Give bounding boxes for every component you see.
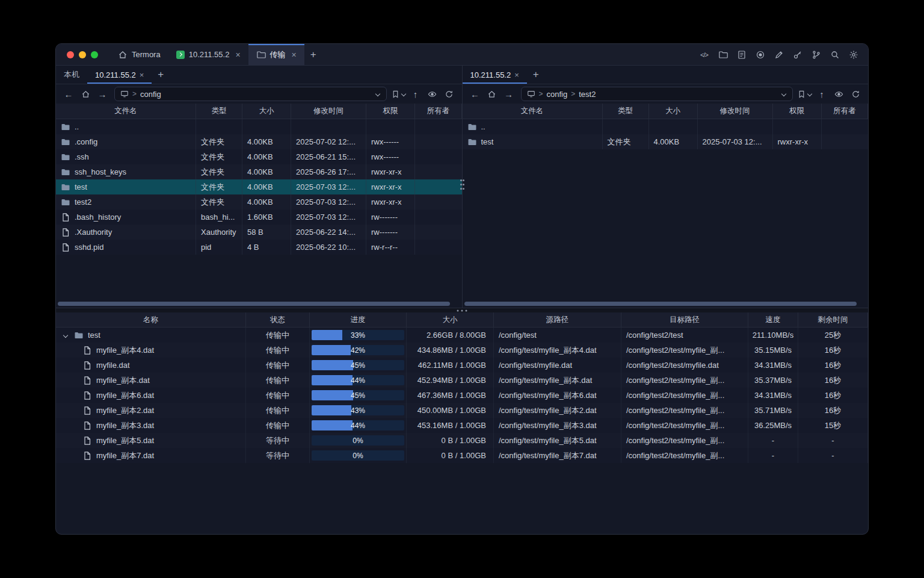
transfer-row[interactable]: myfile_副本7.dat 等待中 0% 0 B / 1.00GB /conf… — [56, 448, 868, 463]
close-tab-icon[interactable]: × — [140, 71, 144, 79]
horizontal-scrollbar[interactable] — [464, 302, 865, 306]
path-segment[interactable]: >test2 — [571, 90, 596, 99]
transfer-row[interactable]: myfile_副本5.dat 等待中 0% 0 B / 1.00GB /conf… — [56, 433, 868, 448]
column-header[interactable]: 权限 — [773, 104, 822, 119]
column-header[interactable]: 修改时间 — [291, 104, 366, 119]
file-row[interactable]: test2 文件夹 4.00KB 2025-07-03 12:... rwxr-… — [56, 194, 462, 210]
close-window-button[interactable] — [67, 51, 74, 58]
file-name: .. — [481, 122, 485, 131]
file-row[interactable]: .. — [463, 119, 869, 134]
file-row[interactable]: ssh_host_keys 文件夹 4.00KB 2025-06-26 17:.… — [56, 164, 462, 179]
new-tab-button[interactable]: + — [304, 44, 322, 65]
column-header[interactable]: 文件名 — [56, 104, 196, 119]
close-tab-icon[interactable]: × — [292, 51, 297, 59]
column-header[interactable]: 目标路径 — [621, 312, 748, 327]
pane-tab[interactable]: 10.211.55.2 × — [463, 66, 527, 84]
transfer-row[interactable]: myfile_副本4.dat 传输中 42% 434.86MB / 1.00GB… — [56, 343, 868, 358]
new-pane-tab-button[interactable]: + — [152, 66, 170, 84]
transfer-status: 传输中 — [246, 388, 310, 403]
chevron-down-icon[interactable] — [781, 92, 787, 97]
parent-dir-button[interactable]: ↑ — [408, 87, 424, 101]
column-header[interactable]: 进度 — [310, 312, 407, 327]
record-icon[interactable] — [753, 47, 768, 62]
column-header[interactable]: 大小 — [649, 104, 698, 119]
transfer-target-path: /config/test2/test/myfile_副... — [621, 448, 748, 463]
file-row[interactable]: test 文件夹 4.00KB 2025-07-03 12:... rwxr-x… — [463, 134, 869, 149]
chevron-down-icon[interactable] — [375, 92, 381, 97]
file-row[interactable]: .Xauthority Xauthority 58 B 2025-06-22 1… — [56, 225, 462, 240]
tab-host-terminal[interactable]: 10.211.55.2 × — [168, 44, 248, 65]
transfer-row[interactable]: myfile_副本6.dat 传输中 45% 467.36MB / 1.00GB… — [56, 388, 868, 403]
column-header[interactable]: 大小 — [242, 104, 291, 119]
show-hidden-button[interactable] — [425, 87, 440, 101]
bookmark-button[interactable] — [797, 87, 813, 101]
transfer-row[interactable]: myfile.dat 传输中 45% 462.11MB / 1.00GB /co… — [56, 358, 868, 373]
column-header[interactable]: 所有者 — [415, 104, 462, 119]
branch-icon[interactable] — [808, 47, 824, 62]
search-icon[interactable] — [827, 47, 842, 62]
transfer-row[interactable]: myfile_副本2.dat 传输中 43% 450.00MB / 1.00GB… — [56, 403, 868, 418]
column-header[interactable]: 速度 — [748, 312, 798, 327]
close-tab-icon[interactable]: × — [235, 51, 240, 59]
forward-button[interactable]: → — [94, 87, 110, 101]
path-segment[interactable]: >config — [132, 90, 161, 99]
column-header[interactable]: 源路径 — [494, 312, 621, 327]
file-row[interactable]: sshd.pid pid 4 B 2025-06-22 10:... rw-r-… — [56, 240, 462, 255]
path-input[interactable]: >config — [114, 87, 387, 101]
computer-icon — [527, 90, 535, 98]
back-button[interactable]: ← — [467, 87, 483, 101]
column-header[interactable]: 所有者 — [822, 104, 869, 119]
horizontal-scrollbar[interactable] — [58, 302, 458, 306]
file-size: 4.00KB — [649, 134, 698, 149]
transfer-row[interactable]: myfile_副本.dat 传输中 44% 452.94MB / 1.00GB … — [56, 373, 868, 388]
new-pane-tab-button[interactable]: + — [527, 66, 545, 84]
transfer-target-path: /config/test2/test/myfile_副... — [621, 343, 748, 358]
folder-icon[interactable] — [715, 47, 730, 62]
folder-icon — [61, 182, 70, 192]
pane-tab[interactable]: 10.211.55.2 × — [87, 66, 152, 84]
file-row[interactable]: test 文件夹 4.00KB 2025-07-03 12:... rwxr-x… — [56, 179, 462, 194]
refresh-button[interactable] — [848, 87, 863, 101]
pane-tab-label: 10.211.55.2 — [470, 70, 511, 79]
file-row[interactable]: .config 文件夹 4.00KB 2025-07-02 12:... rwx… — [56, 134, 462, 149]
column-header[interactable]: 剩余时间 — [798, 312, 868, 327]
pane-tab[interactable]: 本机 × — [56, 66, 87, 84]
edit-icon[interactable] — [771, 47, 786, 62]
column-header[interactable]: 类型 — [196, 104, 242, 119]
column-header[interactable]: 状态 — [246, 312, 310, 327]
home-button[interactable] — [484, 87, 500, 101]
file-row[interactable]: .ssh 文件夹 4.00KB 2025-06-21 15:... rwx---… — [56, 149, 462, 164]
column-header[interactable]: 权限 — [366, 104, 415, 119]
file-row[interactable]: .. — [56, 119, 462, 134]
column-header[interactable]: 大小 — [407, 312, 494, 327]
home-button[interactable] — [78, 87, 93, 101]
parent-dir-button[interactable]: ↑ — [814, 87, 830, 101]
file-row[interactable]: .bash_history bash_hi... 1.60KB 2025-07-… — [56, 210, 462, 225]
back-button[interactable]: ← — [61, 87, 76, 101]
forward-button[interactable]: → — [501, 87, 517, 101]
code-icon[interactable]: </> — [697, 47, 712, 62]
tab-termora[interactable]: Termora — [110, 44, 168, 65]
transfer-row[interactable]: myfile_副本3.dat 传输中 44% 453.16MB / 1.00GB… — [56, 418, 868, 433]
path-segment[interactable]: >config — [539, 90, 568, 99]
expand-chevron-icon[interactable] — [61, 334, 70, 337]
bookmark-button[interactable] — [391, 87, 407, 101]
close-tab-icon[interactable]: × — [514, 71, 519, 79]
settings-gear-icon[interactable] — [846, 47, 861, 62]
minimize-window-button[interactable] — [79, 51, 86, 58]
file-mtime: 2025-07-03 12:... — [291, 210, 366, 225]
document-icon[interactable] — [734, 47, 749, 62]
column-header[interactable]: 文件名 — [463, 104, 603, 119]
column-header[interactable]: 类型 — [603, 104, 649, 119]
tab-transfer[interactable]: 传输 × — [248, 44, 304, 65]
path-input[interactable]: >config >test2 — [521, 87, 793, 101]
transfer-target-path: /config/test2/test/myfile.dat — [621, 358, 748, 373]
column-header[interactable]: 名称 — [56, 312, 246, 327]
key-icon[interactable] — [790, 47, 805, 62]
column-header[interactable]: 修改时间 — [698, 104, 773, 119]
show-hidden-button[interactable] — [831, 87, 846, 101]
zoom-window-button[interactable] — [91, 51, 98, 58]
refresh-button[interactable] — [442, 87, 457, 101]
horizontal-splitter[interactable] — [56, 308, 868, 312]
transfer-row[interactable]: test 传输中 33% 2.66GB / 8.00GB /config/tes… — [56, 328, 868, 343]
